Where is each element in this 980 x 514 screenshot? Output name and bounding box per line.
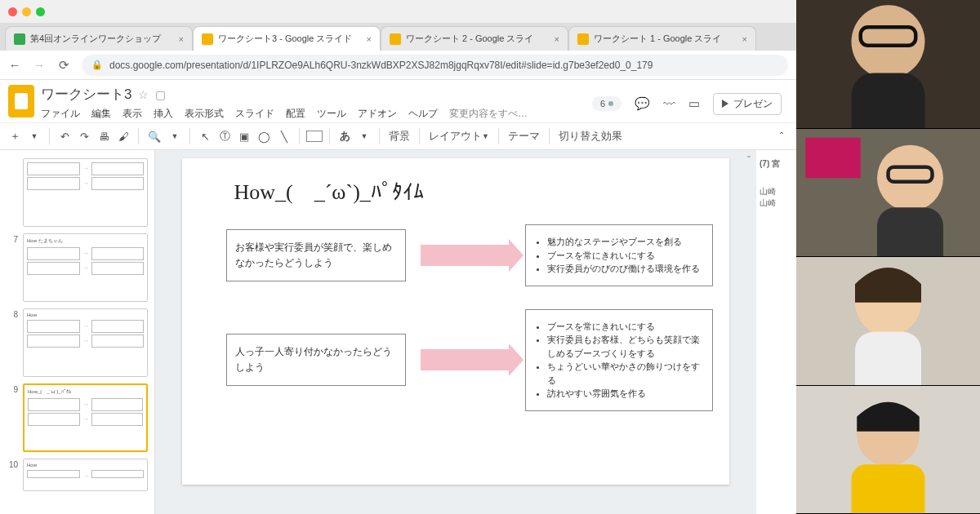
tab-0[interactable]: 第4回オンラインワークショップ × bbox=[5, 26, 193, 51]
doc-title[interactable]: ワークシート3 bbox=[41, 85, 131, 104]
thumb-6[interactable]: →→ bbox=[23, 158, 148, 227]
menu-tools[interactable]: ツール bbox=[317, 107, 346, 121]
slides-favicon-icon bbox=[14, 33, 25, 45]
line-tool[interactable]: ╲ bbox=[276, 127, 292, 145]
new-slide-button[interactable]: ＋ bbox=[7, 127, 23, 145]
redo-button[interactable]: ↷ bbox=[76, 127, 92, 145]
presence-chip[interactable]: 6 bbox=[592, 96, 621, 111]
theme-button[interactable]: テーマ bbox=[506, 127, 542, 145]
star-icon[interactable]: ☆ bbox=[138, 88, 149, 101]
background-button[interactable]: 背景 bbox=[386, 127, 412, 145]
minimize-dot[interactable] bbox=[22, 7, 31, 16]
tab-3[interactable]: ワークシート 1 - Google スライ × bbox=[568, 26, 756, 51]
menu-help[interactable]: ヘルプ bbox=[408, 107, 438, 121]
menu-edit[interactable]: 編集 bbox=[91, 107, 111, 121]
arrow-icon bbox=[421, 245, 510, 266]
input-tool[interactable]: あ bbox=[336, 127, 353, 145]
browser-addressbar: ← → ⟳ 🔒 docs.google.com/presentation/d/1… bbox=[0, 51, 796, 80]
transition-button[interactable]: 切り替え効果 bbox=[556, 127, 625, 145]
close-icon[interactable]: × bbox=[742, 34, 747, 44]
toolbar: ＋▼ ↶ ↷ 🖶 🖌 🔍▼ ↖ Ⓣ ▣ ◯ ╲ あ▼ 背景 レイアウト ▼ テー… bbox=[0, 122, 796, 150]
thumb-9[interactable]: How_( _´ω`)_ﾊﾟﾀﾑ →→ bbox=[23, 383, 148, 452]
tab-label: ワークシート3 - Google スライド bbox=[218, 33, 362, 45]
collapse-icon[interactable]: ˆ bbox=[773, 127, 790, 145]
close-icon[interactable]: × bbox=[179, 34, 184, 44]
menu-addons[interactable]: アドオン bbox=[358, 107, 397, 121]
right-box-2[interactable]: ブースを常にきれいにする 実行委員もお客様、どちらも笑顔で楽しめるブースづくりを… bbox=[525, 309, 713, 411]
svg-rect-2 bbox=[852, 73, 925, 128]
left-box-1[interactable]: お客様や実行委員が笑顔で、楽しめなかったらどうしよう bbox=[226, 229, 406, 281]
video-participant-4[interactable] bbox=[796, 386, 980, 515]
tab-label: 第4回オンラインワークショップ bbox=[30, 33, 174, 45]
comment-icon[interactable]: 💬 bbox=[635, 96, 650, 111]
tab-1[interactable]: ワークシート3 - Google スライド × bbox=[193, 26, 381, 51]
left-box-2[interactable]: 人っ子一人寄り付かなかったらどうしよう bbox=[226, 334, 406, 386]
video-participant-2[interactable] bbox=[796, 129, 980, 258]
menu-format[interactable]: 表示形式 bbox=[185, 107, 224, 121]
svg-rect-11 bbox=[855, 332, 921, 385]
save-status: 変更内容をすべ… bbox=[449, 107, 528, 121]
video-participant-1[interactable] bbox=[796, 0, 980, 129]
notes-line: 山崎 bbox=[760, 186, 793, 197]
right-box-1[interactable]: 魅力的なステージやブースを創る ブースを常にきれいにする 実行委員がのびのび働け… bbox=[525, 224, 713, 286]
zoom-dot[interactable] bbox=[36, 7, 45, 16]
activity-icon[interactable]: 〰 bbox=[663, 97, 675, 111]
url-field[interactable]: 🔒 docs.google.com/presentation/d/1IPLRZO… bbox=[82, 55, 788, 76]
layout-button[interactable]: レイアウト ▼ bbox=[426, 127, 492, 145]
menu-file[interactable]: ファイル bbox=[41, 107, 80, 121]
comment-button[interactable] bbox=[306, 131, 323, 142]
thumb-8[interactable]: How →→ bbox=[23, 308, 148, 377]
back-icon[interactable]: ← bbox=[8, 58, 21, 72]
svg-rect-7 bbox=[877, 207, 943, 256]
forward-icon[interactable]: → bbox=[33, 58, 46, 72]
menu-slide[interactable]: スライド bbox=[235, 107, 274, 121]
slide-row-2: 人っ子一人寄り付かなかったらどうしよう ブースを常にきれいにする 実行委員もお客… bbox=[226, 309, 705, 411]
close-icon[interactable]: × bbox=[555, 34, 559, 44]
chevron-down-icon[interactable]: ˇ bbox=[747, 155, 751, 166]
notes-heading: (7) 宮 bbox=[760, 158, 793, 170]
tab-label: ワークシート 1 - Google スライ bbox=[594, 33, 737, 45]
zoom-button[interactable]: 🔍 bbox=[145, 127, 163, 145]
chevron-down-icon[interactable]: ▼ bbox=[167, 127, 183, 145]
thumb-7[interactable]: How たまちゃん →→ bbox=[23, 233, 148, 302]
close-icon[interactable]: × bbox=[367, 34, 372, 44]
workspace: →→ 7 How たまちゃん →→ 8 How →→ 9 How_( _´ω`)… bbox=[0, 150, 796, 514]
presence-dot-icon bbox=[608, 101, 613, 106]
print-button[interactable]: 🖶 bbox=[96, 127, 112, 145]
browser-tabstrip: 第4回オンラインワークショップ × ワークシート3 - Google スライド … bbox=[0, 23, 796, 51]
url-text: docs.google.com/presentation/d/1IPLRZOe9… bbox=[109, 60, 653, 71]
present-button[interactable]: プレゼン bbox=[713, 93, 782, 115]
menu-arrange[interactable]: 配置 bbox=[286, 107, 305, 121]
close-dot[interactable] bbox=[8, 7, 17, 16]
tab-label: ワークシート 2 - Google スライ bbox=[406, 33, 550, 45]
slide-thumbnails[interactable]: →→ 7 How たまちゃん →→ 8 How →→ 9 How_( _´ω`)… bbox=[0, 150, 155, 514]
slide-canvas[interactable]: How_( _´ω`)_ﾊﾟﾀｲﾑ お客様や実行委員が笑顔で、楽しめなかったらど… bbox=[182, 158, 729, 485]
undo-button[interactable]: ↶ bbox=[56, 127, 73, 145]
slides-favicon-icon bbox=[202, 33, 213, 45]
paint-format-button[interactable]: 🖌 bbox=[115, 127, 131, 145]
folder-icon[interactable]: ▢ bbox=[155, 88, 166, 101]
menu-insert[interactable]: 挿入 bbox=[154, 107, 173, 121]
slide-row-1: お客様や実行委員が笑顔で、楽しめなかったらどうしよう 魅力的なステージやブースを… bbox=[226, 224, 705, 286]
meet-icon[interactable]: ▭ bbox=[688, 96, 700, 111]
arrow-icon bbox=[421, 349, 510, 370]
slide-title: How_( _´ω`)_ﾊﾟﾀｲﾑ bbox=[234, 178, 705, 206]
slides-logo-icon[interactable] bbox=[8, 85, 34, 117]
doc-header: ワークシート3 ☆ ▢ ファイル 編集 表示 挿入 表示形式 スライド 配置 ツ… bbox=[0, 80, 796, 122]
tab-2[interactable]: ワークシート 2 - Google スライ × bbox=[381, 26, 568, 51]
chevron-down-icon[interactable]: ▼ bbox=[356, 127, 372, 145]
image-tool[interactable]: ▣ bbox=[236, 127, 252, 145]
thumb-10[interactable]: How → bbox=[23, 459, 148, 491]
video-participant-3[interactable] bbox=[796, 257, 980, 386]
chevron-down-icon[interactable]: ▼ bbox=[26, 127, 42, 145]
reload-icon[interactable]: ⟳ bbox=[57, 58, 70, 73]
shape-tool[interactable]: ◯ bbox=[256, 127, 273, 145]
menubar: ファイル 編集 表示 挿入 表示形式 スライド 配置 ツール アドオン ヘルプ … bbox=[41, 105, 586, 122]
lock-icon: 🔒 bbox=[91, 60, 103, 70]
svg-rect-5 bbox=[805, 137, 861, 178]
select-tool[interactable]: ↖ bbox=[197, 127, 213, 145]
menu-view[interactable]: 表示 bbox=[122, 107, 142, 121]
video-call-panel bbox=[796, 0, 980, 514]
svg-rect-14 bbox=[852, 464, 925, 513]
textbox-tool[interactable]: Ⓣ bbox=[216, 127, 233, 145]
